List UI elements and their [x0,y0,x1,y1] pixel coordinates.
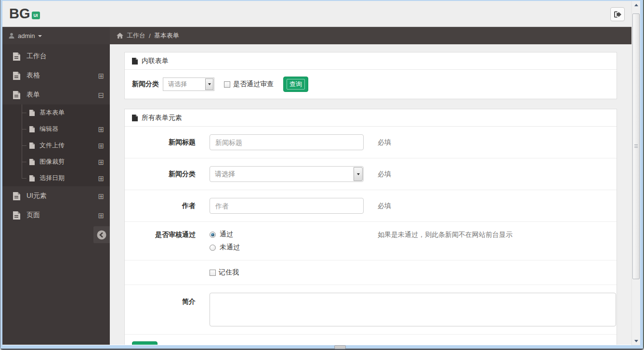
field-label: 作者 [125,202,196,210]
checkbox-label: 记住我 [219,268,239,277]
field-label: 新闻分类 [132,80,159,89]
expand-icon[interactable]: ⊞ [98,193,104,200]
form-row-author: 作者 必填 [125,190,617,222]
sidebar-item-date-picker[interactable]: 选择日期 ⊞ [2,170,110,186]
expand-icon[interactable]: ⊞ [98,126,104,133]
panel-title: 所有表单元素 [142,114,182,122]
logo-ui-badge: UI [32,12,40,19]
expand-icon[interactable]: ⊞ [98,158,104,166]
sidebar-item-image-crop[interactable]: 图像裁剪 ⊞ [2,154,110,170]
required-note: 必填 [378,170,391,179]
author-input[interactable] [210,198,364,214]
breadcrumb: 工作台 / 基本表单 [110,27,631,44]
file-icon [13,52,20,61]
sidebar-submenu-forms: 基本表单 编辑器 ⊞ [2,104,110,186]
sidebar-item-label: 图像裁剪 [39,157,65,166]
grip-icon [634,144,638,148]
sidebar-item-label: 页面 [26,211,40,220]
page-content: 内联表单 新闻分类 请选择 是否通过审查 [110,44,631,345]
pass-review-checkbox-group[interactable]: 是否通过审查 [224,80,274,89]
logout-button[interactable] [610,7,625,21]
checkbox[interactable] [224,81,230,88]
window-resize-grip[interactable] [334,345,346,349]
scroll-down-button[interactable] [632,337,640,345]
sidebar-item-pages[interactable]: 页面 ⊞ [2,206,110,225]
required-note: 必填 [378,202,391,210]
form-row-news-title: 新闻标题 必填 [125,127,617,158]
radio-option-pass[interactable]: 通过 [210,230,364,239]
sidebar-item-label: 选择日期 [39,174,65,182]
search-button[interactable]: 查询 [283,77,308,92]
top-header: BGUI [2,1,631,27]
document-icon [132,58,138,65]
sidebar-item-file-upload[interactable]: 文件上传 ⊞ [2,137,110,154]
document-icon [132,115,138,121]
caret-down-icon [38,35,42,37]
radio-unselected[interactable] [210,245,216,251]
file-icon [13,72,20,80]
panel-header: 所有表单元素 [125,109,617,127]
radio-label: 通过 [220,230,233,239]
sidebar-item-label: 表单 [26,91,40,99]
scrollbar-thumb[interactable] [632,13,640,279]
help-text: 如果是未通过，则此条新闻不在网站前台显示 [378,230,513,239]
checkbox-label: 是否通过审查 [233,80,274,89]
intro-textarea[interactable] [210,293,616,326]
submit-button[interactable] [132,341,158,345]
news-category-select-large[interactable]: 请选择 [210,166,364,182]
sidebar-item-label: 表格 [26,71,40,80]
sidebar-menu: 工作台 表格 ⊞ 表单 [2,44,110,243]
home-icon [117,33,123,39]
select-dropdown-button[interactable] [354,167,363,181]
sidebar-item-tables[interactable]: 表格 ⊞ [2,66,110,85]
sidebar-item-label: 工作台 [26,52,47,61]
vertical-scrollbar[interactable] [631,1,640,345]
file-icon [13,192,20,200]
sidebar-item-forms[interactable]: 表单 ⊟ [2,85,110,104]
field-label: 简介 [125,293,196,306]
sidebar-item-ui-elements[interactable]: UI元素 ⊞ [2,186,110,206]
form-row-review-status: 是否审核通过 通过 未通过 [125,222,617,260]
form-row-news-category: 新闻分类 请选择 必填 [125,158,617,190]
sidebar-item-label: 基本表单 [39,108,65,117]
arrow-left-circle-icon [96,230,107,240]
remember-me-checkbox-group[interactable]: 记住我 [210,268,364,277]
file-icon [29,175,35,181]
checkbox[interactable] [210,270,216,276]
arrow-up-icon [634,4,638,6]
user-icon [9,33,14,39]
sidebar-item-workbench[interactable]: 工作台 [2,47,110,66]
file-icon [29,110,35,116]
expand-icon[interactable]: ⊞ [98,142,104,149]
window-border-left [0,0,0,350]
field-label: 是否审核通过 [125,230,196,239]
sidebar-item-basic-form[interactable]: 基本表单 [2,104,110,121]
radio-option-fail[interactable]: 未通过 [210,243,364,252]
sidebar: admin 工作台 表格 [2,27,110,345]
file-icon [29,126,35,132]
news-category-select[interactable]: 请选择 [163,78,214,91]
select-value: 请选择 [168,80,187,89]
breadcrumb-current: 基本表单 [154,31,179,40]
user-menu[interactable]: admin [2,27,110,44]
select-value: 请选择 [215,170,235,179]
file-icon [29,143,35,149]
breadcrumb-separator: / [149,32,151,39]
expand-icon[interactable]: ⊞ [98,212,104,219]
chevron-down-icon [357,173,360,175]
expand-icon[interactable]: ⊞ [98,72,104,79]
file-icon [13,91,20,99]
scroll-up-button[interactable] [632,1,640,9]
sidebar-item-editor[interactable]: 编辑器 ⊞ [2,121,110,137]
radio-selected[interactable] [210,232,216,238]
collapse-icon[interactable]: ⊟ [98,91,104,99]
news-title-input[interactable] [210,134,364,150]
radio-label: 未通过 [220,243,240,252]
select-dropdown-button[interactable] [205,78,213,90]
expand-icon[interactable]: ⊞ [98,175,104,182]
sidebar-collapse-button[interactable] [93,226,110,243]
browser-window: BGUI [0,0,644,350]
sidebar-item-label: 编辑器 [39,125,58,133]
breadcrumb-home[interactable]: 工作台 [127,31,145,40]
form-row-intro: 简介 [125,285,617,335]
